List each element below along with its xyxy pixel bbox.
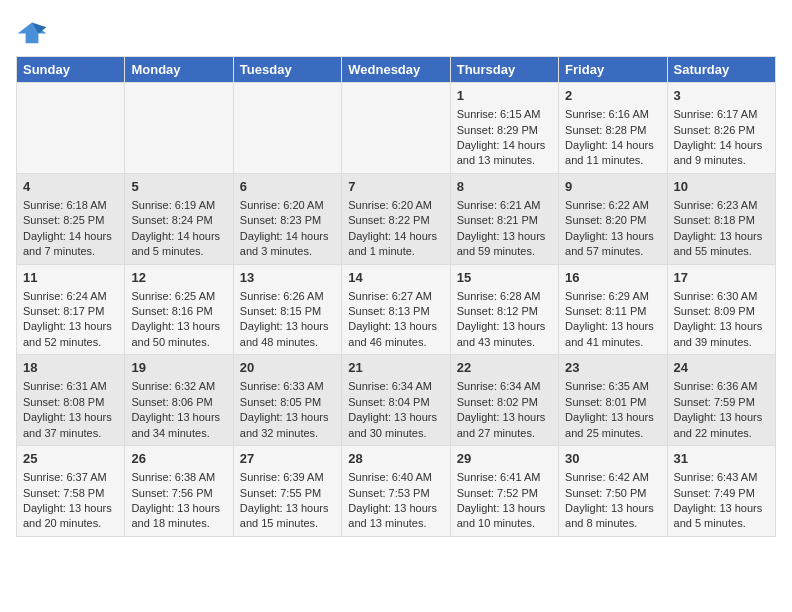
calendar-body: 1Sunrise: 6:15 AM Sunset: 8:29 PM Daylig… bbox=[17, 83, 776, 537]
calendar-cell: 1Sunrise: 6:15 AM Sunset: 8:29 PM Daylig… bbox=[450, 83, 558, 174]
day-content: Sunrise: 6:31 AM Sunset: 8:08 PM Dayligh… bbox=[23, 379, 118, 441]
day-number: 30 bbox=[565, 450, 660, 468]
calendar-week-2: 4Sunrise: 6:18 AM Sunset: 8:25 PM Daylig… bbox=[17, 173, 776, 264]
day-content: Sunrise: 6:19 AM Sunset: 8:24 PM Dayligh… bbox=[131, 198, 226, 260]
day-number: 16 bbox=[565, 269, 660, 287]
calendar-cell: 7Sunrise: 6:20 AM Sunset: 8:22 PM Daylig… bbox=[342, 173, 450, 264]
calendar-cell: 26Sunrise: 6:38 AM Sunset: 7:56 PM Dayli… bbox=[125, 446, 233, 537]
calendar-cell: 12Sunrise: 6:25 AM Sunset: 8:16 PM Dayli… bbox=[125, 264, 233, 355]
calendar-week-5: 25Sunrise: 6:37 AM Sunset: 7:58 PM Dayli… bbox=[17, 446, 776, 537]
calendar-cell: 31Sunrise: 6:43 AM Sunset: 7:49 PM Dayli… bbox=[667, 446, 775, 537]
calendar-cell: 11Sunrise: 6:24 AM Sunset: 8:17 PM Dayli… bbox=[17, 264, 125, 355]
day-content: Sunrise: 6:18 AM Sunset: 8:25 PM Dayligh… bbox=[23, 198, 118, 260]
day-content: Sunrise: 6:41 AM Sunset: 7:52 PM Dayligh… bbox=[457, 470, 552, 532]
day-number: 29 bbox=[457, 450, 552, 468]
header-saturday: Saturday bbox=[667, 57, 775, 83]
day-content: Sunrise: 6:40 AM Sunset: 7:53 PM Dayligh… bbox=[348, 470, 443, 532]
day-content: Sunrise: 6:17 AM Sunset: 8:26 PM Dayligh… bbox=[674, 107, 769, 169]
day-number: 12 bbox=[131, 269, 226, 287]
header-row: SundayMondayTuesdayWednesdayThursdayFrid… bbox=[17, 57, 776, 83]
day-number: 22 bbox=[457, 359, 552, 377]
day-number: 31 bbox=[674, 450, 769, 468]
day-number: 4 bbox=[23, 178, 118, 196]
day-content: Sunrise: 6:26 AM Sunset: 8:15 PM Dayligh… bbox=[240, 289, 335, 351]
calendar-cell: 9Sunrise: 6:22 AM Sunset: 8:20 PM Daylig… bbox=[559, 173, 667, 264]
day-content: Sunrise: 6:28 AM Sunset: 8:12 PM Dayligh… bbox=[457, 289, 552, 351]
calendar-cell bbox=[233, 83, 341, 174]
calendar-cell: 23Sunrise: 6:35 AM Sunset: 8:01 PM Dayli… bbox=[559, 355, 667, 446]
day-content: Sunrise: 6:16 AM Sunset: 8:28 PM Dayligh… bbox=[565, 107, 660, 169]
calendar-cell bbox=[125, 83, 233, 174]
calendar-cell: 18Sunrise: 6:31 AM Sunset: 8:08 PM Dayli… bbox=[17, 355, 125, 446]
day-content: Sunrise: 6:24 AM Sunset: 8:17 PM Dayligh… bbox=[23, 289, 118, 351]
day-content: Sunrise: 6:21 AM Sunset: 8:21 PM Dayligh… bbox=[457, 198, 552, 260]
day-number: 9 bbox=[565, 178, 660, 196]
day-content: Sunrise: 6:20 AM Sunset: 8:23 PM Dayligh… bbox=[240, 198, 335, 260]
day-content: Sunrise: 6:20 AM Sunset: 8:22 PM Dayligh… bbox=[348, 198, 443, 260]
calendar-cell: 29Sunrise: 6:41 AM Sunset: 7:52 PM Dayli… bbox=[450, 446, 558, 537]
day-content: Sunrise: 6:37 AM Sunset: 7:58 PM Dayligh… bbox=[23, 470, 118, 532]
calendar-cell: 20Sunrise: 6:33 AM Sunset: 8:05 PM Dayli… bbox=[233, 355, 341, 446]
calendar-cell: 15Sunrise: 6:28 AM Sunset: 8:12 PM Dayli… bbox=[450, 264, 558, 355]
calendar-cell: 5Sunrise: 6:19 AM Sunset: 8:24 PM Daylig… bbox=[125, 173, 233, 264]
svg-marker-0 bbox=[18, 22, 47, 43]
calendar-cell: 16Sunrise: 6:29 AM Sunset: 8:11 PM Dayli… bbox=[559, 264, 667, 355]
calendar-cell: 24Sunrise: 6:36 AM Sunset: 7:59 PM Dayli… bbox=[667, 355, 775, 446]
calendar-cell: 22Sunrise: 6:34 AM Sunset: 8:02 PM Dayli… bbox=[450, 355, 558, 446]
calendar-week-4: 18Sunrise: 6:31 AM Sunset: 8:08 PM Dayli… bbox=[17, 355, 776, 446]
calendar-cell: 19Sunrise: 6:32 AM Sunset: 8:06 PM Dayli… bbox=[125, 355, 233, 446]
calendar-table: SundayMondayTuesdayWednesdayThursdayFrid… bbox=[16, 56, 776, 537]
day-number: 23 bbox=[565, 359, 660, 377]
day-content: Sunrise: 6:30 AM Sunset: 8:09 PM Dayligh… bbox=[674, 289, 769, 351]
day-number: 27 bbox=[240, 450, 335, 468]
day-number: 10 bbox=[674, 178, 769, 196]
calendar-header: SundayMondayTuesdayWednesdayThursdayFrid… bbox=[17, 57, 776, 83]
day-number: 13 bbox=[240, 269, 335, 287]
day-number: 17 bbox=[674, 269, 769, 287]
logo bbox=[16, 16, 52, 48]
day-number: 28 bbox=[348, 450, 443, 468]
calendar-cell bbox=[17, 83, 125, 174]
day-number: 2 bbox=[565, 87, 660, 105]
day-content: Sunrise: 6:33 AM Sunset: 8:05 PM Dayligh… bbox=[240, 379, 335, 441]
day-number: 5 bbox=[131, 178, 226, 196]
day-number: 3 bbox=[674, 87, 769, 105]
header-monday: Monday bbox=[125, 57, 233, 83]
day-number: 25 bbox=[23, 450, 118, 468]
day-number: 1 bbox=[457, 87, 552, 105]
calendar-cell: 3Sunrise: 6:17 AM Sunset: 8:26 PM Daylig… bbox=[667, 83, 775, 174]
day-number: 26 bbox=[131, 450, 226, 468]
calendar-cell: 13Sunrise: 6:26 AM Sunset: 8:15 PM Dayli… bbox=[233, 264, 341, 355]
day-content: Sunrise: 6:15 AM Sunset: 8:29 PM Dayligh… bbox=[457, 107, 552, 169]
day-content: Sunrise: 6:35 AM Sunset: 8:01 PM Dayligh… bbox=[565, 379, 660, 441]
day-number: 15 bbox=[457, 269, 552, 287]
calendar-cell: 25Sunrise: 6:37 AM Sunset: 7:58 PM Dayli… bbox=[17, 446, 125, 537]
day-number: 14 bbox=[348, 269, 443, 287]
header-friday: Friday bbox=[559, 57, 667, 83]
day-content: Sunrise: 6:25 AM Sunset: 8:16 PM Dayligh… bbox=[131, 289, 226, 351]
calendar-cell: 30Sunrise: 6:42 AM Sunset: 7:50 PM Dayli… bbox=[559, 446, 667, 537]
day-content: Sunrise: 6:34 AM Sunset: 8:02 PM Dayligh… bbox=[457, 379, 552, 441]
day-content: Sunrise: 6:29 AM Sunset: 8:11 PM Dayligh… bbox=[565, 289, 660, 351]
calendar-week-3: 11Sunrise: 6:24 AM Sunset: 8:17 PM Dayli… bbox=[17, 264, 776, 355]
calendar-cell: 21Sunrise: 6:34 AM Sunset: 8:04 PM Dayli… bbox=[342, 355, 450, 446]
day-content: Sunrise: 6:23 AM Sunset: 8:18 PM Dayligh… bbox=[674, 198, 769, 260]
day-content: Sunrise: 6:42 AM Sunset: 7:50 PM Dayligh… bbox=[565, 470, 660, 532]
logo-bird-icon bbox=[16, 16, 48, 48]
header-tuesday: Tuesday bbox=[233, 57, 341, 83]
day-number: 20 bbox=[240, 359, 335, 377]
calendar-cell: 17Sunrise: 6:30 AM Sunset: 8:09 PM Dayli… bbox=[667, 264, 775, 355]
day-number: 11 bbox=[23, 269, 118, 287]
calendar-week-1: 1Sunrise: 6:15 AM Sunset: 8:29 PM Daylig… bbox=[17, 83, 776, 174]
day-number: 24 bbox=[674, 359, 769, 377]
day-content: Sunrise: 6:34 AM Sunset: 8:04 PM Dayligh… bbox=[348, 379, 443, 441]
day-content: Sunrise: 6:32 AM Sunset: 8:06 PM Dayligh… bbox=[131, 379, 226, 441]
calendar-cell: 8Sunrise: 6:21 AM Sunset: 8:21 PM Daylig… bbox=[450, 173, 558, 264]
calendar-cell: 2Sunrise: 6:16 AM Sunset: 8:28 PM Daylig… bbox=[559, 83, 667, 174]
day-number: 6 bbox=[240, 178, 335, 196]
day-number: 21 bbox=[348, 359, 443, 377]
header-wednesday: Wednesday bbox=[342, 57, 450, 83]
day-content: Sunrise: 6:27 AM Sunset: 8:13 PM Dayligh… bbox=[348, 289, 443, 351]
day-number: 7 bbox=[348, 178, 443, 196]
page-header bbox=[16, 16, 776, 48]
